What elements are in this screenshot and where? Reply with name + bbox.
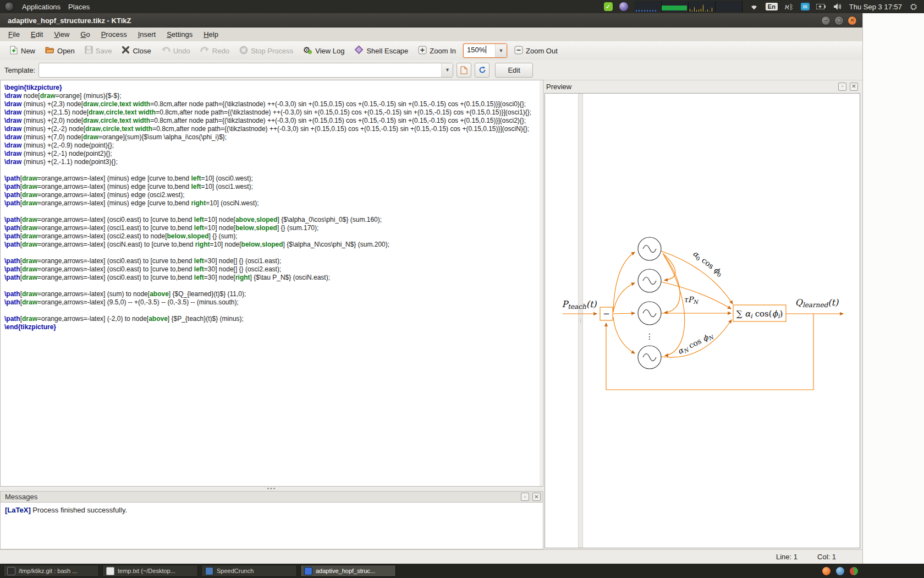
volume-icon[interactable]	[833, 2, 843, 12]
preview-title: Preview	[546, 83, 571, 91]
code-line: \path[draw=orange,arrows=-latex] (minus)…	[4, 175, 543, 183]
new-button[interactable]: New	[6, 43, 39, 58]
tau-label: τPN	[684, 295, 699, 305]
tray-icon-1[interactable]	[822, 567, 831, 575]
output-label: Qlearned(t)	[795, 297, 839, 309]
code-line: \draw node[draw=orange] (minus){$-$};	[4, 92, 543, 100]
tray-icon-3[interactable]	[850, 567, 858, 575]
menu-process[interactable]: Process	[96, 29, 132, 40]
distributor-logo-icon[interactable]	[4, 2, 14, 12]
code-line: \path[draw=orange,arrows=-latex] (osci1.…	[4, 224, 543, 232]
zoom-out-button[interactable]: Zoom Out	[510, 43, 562, 58]
preview-float-icon[interactable]: ▫	[838, 83, 846, 91]
sum-label: ∑ αi cos(ϕi)	[736, 309, 783, 320]
power-icon[interactable]: ⛭	[909, 2, 919, 12]
editor-scrollbar[interactable]	[540, 81, 542, 487]
zoom-level-value[interactable]: 150%	[464, 44, 495, 57]
system-monitor-applet[interactable]	[635, 1, 743, 12]
template-file-button[interactable]	[457, 63, 471, 78]
template-row: Template: ▼ Edit	[0, 60, 867, 80]
clock[interactable]: Thu Sep 3 17:57	[849, 3, 902, 11]
menu-insert[interactable]: Insert	[133, 29, 161, 40]
zoom-level-combobox[interactable]: 150%▼	[463, 43, 507, 58]
window-titlebar[interactable]: adaptive_hopf_structure.tikz - KTikZ – ▢…	[0, 13, 862, 28]
undo-icon	[161, 46, 170, 56]
shell-escape-button[interactable]: Shell Escape	[350, 43, 412, 58]
preview-close-icon[interactable]: ✕	[850, 83, 858, 91]
messages-float-icon[interactable]: ▫	[521, 493, 529, 501]
view-log-button[interactable]: ⚙View Log	[299, 43, 348, 58]
minimize-button[interactable]: –	[821, 16, 831, 25]
open-icon	[45, 46, 54, 56]
redo-icon	[200, 46, 210, 56]
template-combobox[interactable]: ▼	[38, 63, 453, 78]
places-menu[interactable]: Places	[68, 3, 90, 11]
open-button[interactable]: Open	[41, 43, 79, 58]
window-title: adaptive_hopf_structure.tikz - KTikZ	[0, 17, 131, 25]
messages-header: Messages ▫ ✕	[0, 491, 543, 503]
view-log-icon: ⚙	[303, 46, 312, 56]
menu-go[interactable]: Go	[75, 29, 95, 40]
maximize-button[interactable]: ▢	[834, 16, 844, 25]
preview-canvas[interactable]: ⋮	[544, 93, 860, 548]
editor-messages-splitter[interactable]: •••	[0, 487, 543, 491]
template-reload-button[interactable]	[475, 63, 490, 78]
taskbar-item[interactable]: /tmp/ktikz.git : bash ...	[3, 565, 99, 577]
code-line	[4, 208, 543, 216]
zoom-in-icon	[418, 46, 427, 56]
text-icon	[106, 567, 114, 575]
tray-icon-2[interactable]	[836, 567, 844, 575]
code-line	[4, 249, 543, 257]
close-button[interactable]: Close	[118, 43, 155, 58]
code-line: \path[draw=orange,arrows=-latex] (minus)…	[4, 199, 543, 208]
code-line: \path[draw=orange,arrows=-latex] (osci0.…	[4, 216, 543, 224]
keyboard-layout-indicator[interactable]: En	[766, 3, 778, 10]
close-button[interactable]: ✕	[848, 16, 857, 25]
toolbar: NewOpenSaveCloseUndoRedoStop Process⚙Vie…	[0, 41, 868, 61]
splitter-grip-icon: •••	[267, 488, 277, 490]
update-check-icon[interactable]: ✓	[604, 2, 613, 11]
stop-process-button: Stop Process	[235, 43, 297, 58]
template-dropdown-arrow-icon[interactable]: ▼	[441, 63, 453, 77]
calc-icon	[205, 567, 213, 575]
code-editor[interactable]: \begin{tikzpicture}\draw node[draw=orang…	[0, 80, 543, 487]
code-line: \path[draw=orange,arrows=-latex] (-2,0) …	[4, 315, 543, 323]
menu-settings[interactable]: Settings	[162, 29, 197, 40]
code-line	[4, 166, 543, 175]
bluetooth-icon[interactable]: א︎ᛒ	[784, 2, 794, 12]
zoom-in-button[interactable]: Zoom In	[414, 43, 460, 58]
messages-close-icon[interactable]: ✕	[532, 493, 541, 501]
taskbar-item[interactable]: adaptive_hopf_struc...	[300, 565, 396, 577]
code-line: \end{tikzpicture}	[4, 323, 543, 331]
code-line	[4, 282, 543, 290]
new-icon	[9, 46, 18, 56]
wifi-icon[interactable]	[749, 2, 759, 12]
mail-icon[interactable]: ✉	[801, 3, 810, 10]
menu-file[interactable]: File	[3, 29, 25, 40]
template-value	[39, 63, 441, 77]
menu-help[interactable]: Help	[199, 29, 223, 40]
code-line: \draw (minus) +(2,-0.9) node(point){};	[4, 141, 543, 150]
close-icon	[122, 46, 130, 56]
code-line: \path[draw=orange,arrows=-latex] (osciN.…	[4, 241, 543, 249]
alpha0-label: α0 cos ϕ0	[691, 249, 725, 279]
applications-menu[interactable]: Applications	[22, 3, 61, 11]
code-line: \path[draw=orange,arrows=-latex] (9.5,0)…	[4, 298, 543, 307]
zoom-dropdown-arrow-icon[interactable]: ▼	[495, 44, 507, 57]
ktikz-icon	[304, 567, 312, 575]
code-line: \path[draw=orange,arrows=-latex] (osci0.…	[4, 274, 543, 282]
menu-edit[interactable]: Edit	[26, 29, 48, 40]
taskbar-item[interactable]: SpeedCrunch	[201, 565, 297, 577]
menu-view[interactable]: View	[49, 29, 74, 40]
template-label: Template:	[4, 66, 35, 74]
preview-panel: Preview ▫ ✕ ⋮	[543, 80, 862, 549]
vdots-label: ⋮	[646, 332, 653, 341]
status-bar: Line: 1 Col: 1	[0, 549, 862, 564]
template-edit-button[interactable]: Edit	[495, 63, 532, 78]
battery-icon[interactable]	[816, 2, 826, 12]
taskbar-item[interactable]: temp.txt (~/Desktop...	[102, 565, 198, 577]
status-orb-icon[interactable]	[619, 2, 628, 11]
messages-title: Messages	[5, 493, 37, 501]
status-line-indicator: Line: 1	[776, 553, 798, 561]
code-line: \draw (minus) +(2,-1.1) node(point3){};	[4, 158, 543, 166]
